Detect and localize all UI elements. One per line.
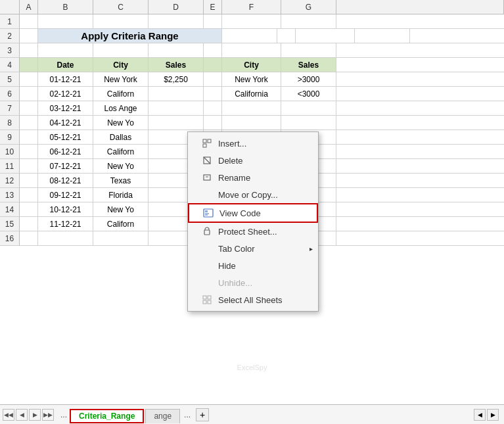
tab-first-arrow[interactable]: ◀◀: [3, 409, 14, 421]
menu-item-tab-color[interactable]: Tab Color ▸: [188, 240, 318, 257]
cell-a13[interactable]: [20, 188, 38, 202]
cell-g8[interactable]: [281, 116, 336, 130]
cell-b11[interactable]: 07-12-21: [38, 159, 93, 173]
cell-e5[interactable]: [204, 72, 222, 86]
cell-c3[interactable]: [93, 43, 149, 57]
cell-g7[interactable]: [281, 101, 336, 115]
cell-f6[interactable]: California: [222, 87, 281, 101]
cell-a15[interactable]: [20, 217, 38, 231]
svg-rect-11: [204, 230, 210, 235]
cell-c15[interactable]: Californ: [93, 217, 149, 231]
cell-b15[interactable]: 11-12-21: [38, 217, 93, 231]
cell-b16[interactable]: [38, 231, 93, 245]
cell-b6[interactable]: 02-12-21: [38, 87, 93, 101]
cell-e1[interactable]: [204, 14, 222, 28]
cell-f8[interactable]: [222, 116, 281, 130]
cell-b5[interactable]: 01-12-21: [38, 72, 93, 86]
scroll-left-btn[interactable]: ◀: [474, 409, 486, 421]
sheet-tab-criteria-range[interactable]: Criteria_Range: [70, 409, 144, 423]
cell-a10[interactable]: [20, 145, 38, 158]
cell-c6[interactable]: Californ: [93, 87, 149, 101]
cell-c13[interactable]: Florida: [93, 188, 149, 202]
cell-c16[interactable]: [93, 231, 149, 245]
menu-item-delete[interactable]: Delete: [188, 152, 318, 169]
cell-d5[interactable]: $2,250: [149, 72, 204, 86]
menu-item-view-code[interactable]: View Code: [188, 203, 318, 223]
cell-b1[interactable]: [38, 14, 93, 28]
cell-a6[interactable]: [20, 87, 38, 101]
cell-a11[interactable]: [20, 159, 38, 173]
cell-a9[interactable]: [20, 130, 38, 144]
cell-c1[interactable]: [93, 14, 149, 28]
menu-item-unhide[interactable]: Unhide...: [188, 274, 318, 291]
cell-d3[interactable]: [149, 43, 204, 57]
cell-e7[interactable]: [204, 101, 222, 115]
cell-b12[interactable]: 08-12-21: [38, 174, 93, 187]
cell-g6[interactable]: <3000: [281, 87, 336, 101]
cell-b8[interactable]: 04-12-21: [38, 116, 93, 130]
cell-b9[interactable]: 05-12-21: [38, 130, 93, 144]
title-cell[interactable]: Apply Criteria Range: [38, 29, 222, 43]
cell-c5[interactable]: New York: [93, 72, 149, 86]
tab-prev-arrow[interactable]: ◀: [16, 409, 28, 421]
cell-g3[interactable]: [281, 43, 336, 57]
cell-b13[interactable]: 09-12-21: [38, 188, 93, 202]
cell-f1[interactable]: [222, 14, 281, 28]
cell-b7[interactable]: 03-12-21: [38, 101, 93, 115]
cell-c10[interactable]: Californ: [93, 145, 149, 158]
cell-e3[interactable]: [204, 43, 222, 57]
cell-d6[interactable]: [149, 87, 204, 101]
cell-c14[interactable]: New Yo: [93, 202, 149, 216]
cell-a14[interactable]: [20, 202, 38, 216]
cell-d8[interactable]: [149, 116, 204, 130]
cell-a4[interactable]: [20, 58, 38, 72]
cell-f2[interactable]: [296, 29, 355, 43]
cell-c12[interactable]: Texas: [93, 174, 149, 187]
cell-e8[interactable]: [204, 116, 222, 130]
tab-add-button[interactable]: +: [196, 408, 209, 421]
cell-a3[interactable]: [20, 43, 38, 57]
tab-next-arrow[interactable]: ▶: [29, 409, 41, 421]
cell-b3[interactable]: [38, 43, 93, 57]
cell-g5[interactable]: >3000: [281, 72, 336, 86]
cell-c11[interactable]: New Yo: [93, 159, 149, 173]
cell-f7[interactable]: [222, 101, 281, 115]
cell-a8[interactable]: [20, 116, 38, 130]
cell-e6[interactable]: [204, 87, 222, 101]
sheet-tab-range[interactable]: ange: [145, 409, 180, 423]
cell-d4[interactable]: Sales: [149, 58, 204, 72]
cell-g1[interactable]: [281, 14, 336, 28]
cell-b14[interactable]: 10-12-21: [38, 202, 93, 216]
cell-a1[interactable]: [20, 14, 38, 28]
tab-last-arrow[interactable]: ▶▶: [42, 409, 54, 421]
menu-item-select-all[interactable]: Select All Sheets: [188, 291, 318, 308]
cell-a16[interactable]: [20, 231, 38, 245]
menu-item-move-copy[interactable]: Move or Copy...: [188, 186, 318, 203]
cell-f4[interactable]: City: [222, 58, 281, 72]
cell-a5[interactable]: [20, 72, 38, 86]
menu-item-hide[interactable]: Hide: [188, 257, 318, 274]
cell-f5[interactable]: New York: [222, 72, 281, 86]
cell-e4[interactable]: [204, 58, 222, 72]
cell-b4[interactable]: Date: [38, 58, 93, 72]
cell-g2[interactable]: [355, 29, 410, 43]
cell-a2[interactable]: [20, 29, 38, 43]
cell-f3[interactable]: [222, 43, 281, 57]
cell-d2[interactable]: [222, 29, 277, 43]
menu-item-rename[interactable]: Rename: [188, 169, 318, 186]
cell-b10[interactable]: 06-12-21: [38, 145, 93, 158]
cell-c7[interactable]: Los Ange: [93, 101, 149, 115]
svg-rect-8: [205, 210, 208, 212]
cell-e2[interactable]: [277, 29, 296, 43]
cell-a7[interactable]: [20, 101, 38, 115]
cell-g4[interactable]: Sales: [281, 58, 336, 72]
cell-c9[interactable]: Dallas: [93, 130, 149, 144]
cell-c4[interactable]: City: [93, 58, 149, 72]
scroll-right-btn[interactable]: ▶: [487, 409, 499, 421]
cell-d7[interactable]: [149, 101, 204, 115]
cell-a12[interactable]: [20, 174, 38, 187]
menu-item-insert[interactable]: Insert...: [188, 135, 318, 152]
menu-item-protect[interactable]: Protect Sheet...: [188, 223, 318, 240]
cell-c8[interactable]: New Yo: [93, 116, 149, 130]
cell-d1[interactable]: [149, 14, 204, 28]
